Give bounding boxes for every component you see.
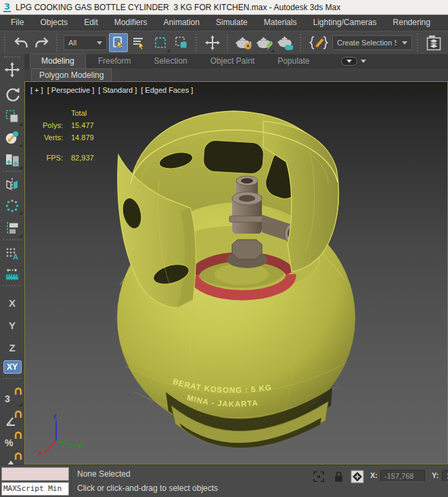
- snap-3d-icon: 3: [5, 389, 20, 404]
- window-crossing-toggle-button[interactable]: [172, 33, 191, 52]
- x-coordinate-label: X:: [370, 471, 378, 479]
- flyout-indicator: [166, 49, 170, 52]
- select-by-name-icon: [132, 36, 147, 49]
- select-and-move-button-side[interactable]: [2, 60, 22, 79]
- menu-modifiers[interactable]: Modifiers: [110, 16, 152, 29]
- main-toolbar: All: [0, 30, 448, 54]
- axis-constraint-x-button[interactable]: X: [2, 293, 22, 312]
- menu-simulate[interactable]: Simulate: [212, 16, 252, 29]
- caret-down-icon: [402, 41, 407, 45]
- measure-distance-button[interactable]: [2, 265, 22, 284]
- rectangular-selection-region-button[interactable]: [151, 33, 170, 52]
- handle-cutout-back: [203, 140, 264, 175]
- statusbar-divider: [72, 467, 73, 496]
- snaps-toggle-button[interactable]: 3: [2, 387, 22, 406]
- toolbar-divider: [3, 378, 21, 379]
- ribbon-tab-modeling[interactable]: Modeling: [30, 53, 86, 68]
- viewport-menu-pov[interactable]: [ Perspective ]: [47, 86, 95, 94]
- render-setup-button[interactable]: [234, 33, 253, 52]
- dotted-circle-icon: [4, 197, 20, 213]
- render-in-cloud-button[interactable]: [276, 33, 295, 52]
- selection-filter-value: All: [68, 39, 91, 47]
- layers-icon: [426, 35, 442, 51]
- menu-edit[interactable]: Edit: [80, 16, 102, 29]
- stats-verts-value: 14.879: [71, 133, 94, 142]
- select-and-move-button[interactable]: [203, 33, 222, 52]
- select-object-icon: [112, 36, 125, 49]
- select-and-place-button[interactable]: [2, 128, 22, 147]
- flyout-indicator: [19, 403, 22, 406]
- viewport-menu-renderer[interactable]: [ Standard ]: [98, 86, 137, 94]
- viewport-menu-shading[interactable]: [ Edged Faces ]: [141, 86, 193, 94]
- polygon-modeling-panel-tab[interactable]: Polygon Modeling: [31, 68, 112, 82]
- toolbar-separator: [417, 34, 420, 51]
- undo-button[interactable]: [12, 33, 30, 52]
- menu-lighting-cameras[interactable]: Lighting/Cameras: [309, 16, 380, 29]
- align-button[interactable]: [2, 219, 22, 238]
- flyout-indicator: [19, 234, 22, 238]
- menu-file[interactable]: File: [7, 16, 28, 29]
- move-icon: [4, 62, 20, 78]
- toolbar-grip: [4, 56, 20, 58]
- ribbon-tab-object-paint[interactable]: Object Paint: [200, 54, 265, 68]
- redo-button[interactable]: [32, 33, 51, 52]
- lock-icon: [332, 470, 344, 483]
- spinner-snap-toggle-button[interactable]: [2, 452, 22, 464]
- edit-named-selection-sets-button[interactable]: [307, 33, 330, 52]
- cloud-badge: [285, 45, 293, 50]
- x-coordinate-field[interactable]: -157,768: [380, 470, 425, 482]
- layer-explorer-button[interactable]: [424, 33, 443, 52]
- angle-snap-toggle-button[interactable]: [2, 410, 22, 429]
- soft-selection-button[interactable]: [2, 196, 22, 215]
- percent-snap-toggle-button[interactable]: %: [2, 431, 22, 450]
- perspective-viewport[interactable]: [ + ] [ Perspective ] [ Standard ] [ Edg…: [24, 81, 448, 464]
- pencil-glyph: [315, 39, 324, 48]
- menu-objects[interactable]: Objects: [36, 16, 72, 29]
- ribbon-panel-row: Polygon Modeling: [24, 68, 448, 81]
- mirror-icon: [4, 176, 20, 192]
- ribbon-minimize-button[interactable]: [341, 57, 366, 66]
- named-selection-sets-dropdown[interactable]: Create Selection Se: [332, 35, 412, 50]
- ribbon-tab-selection[interactable]: Selection: [143, 54, 198, 68]
- magnet-icon: [14, 387, 22, 395]
- viewport-statistics: Total Polys: 15.477 Verts: 14.879 FPS: 8…: [32, 109, 94, 162]
- selection-status-text: None Selected: [77, 469, 131, 479]
- select-by-name-button[interactable]: [130, 33, 149, 52]
- render-frame-button[interactable]: [255, 33, 274, 52]
- quick-align-button[interactable]: A: [2, 244, 22, 263]
- y-coordinate-field[interactable]: 176: [442, 470, 448, 482]
- axis-constraint-xy-button[interactable]: XY: [2, 358, 22, 376]
- magnet-icon: [14, 452, 22, 460]
- magnet-icon: [14, 431, 22, 439]
- caret-down-icon: [97, 41, 102, 45]
- ribbon-tab-populate[interactable]: Populate: [267, 54, 320, 68]
- menu-materials[interactable]: Materials: [260, 16, 301, 29]
- ribbon-tab-freeform[interactable]: Freeform: [87, 54, 142, 68]
- gizmo-z-label: z: [53, 412, 57, 420]
- flyout-indicator: [19, 144, 22, 147]
- menu-animation[interactable]: Animation: [160, 16, 204, 29]
- selection-filter-dropdown[interactable]: All: [64, 35, 107, 50]
- mirror-button[interactable]: [2, 175, 22, 194]
- axis-constraint-y-button[interactable]: Y: [2, 316, 22, 334]
- select-and-scale-button[interactable]: [2, 107, 22, 126]
- ribbon-tab-bar: Modeling Freeform Selection Object Paint…: [24, 54, 448, 68]
- status-bar: MAXScript Min None Selected Click or cli…: [0, 464, 448, 497]
- selection-lock-toggle[interactable]: [331, 469, 346, 484]
- toolbar-separator: [300, 34, 303, 51]
- clone-button[interactable]: [2, 150, 22, 169]
- menu-rendering[interactable]: Rendering: [389, 16, 434, 29]
- maxscript-macro-pane[interactable]: [1, 467, 69, 481]
- viewport-label: [ + ] [ Perspective ] [ Standard ] [ Edg…: [30, 86, 193, 94]
- absolute-mode-toggle[interactable]: [350, 469, 365, 484]
- braces-pencil-icon: [309, 35, 329, 50]
- select-object-button[interactable]: [109, 33, 128, 52]
- viewport-menu-general[interactable]: [ + ]: [30, 86, 43, 94]
- axis-constraint-z-button[interactable]: Z: [2, 338, 22, 357]
- maxscript-mini-listener[interactable]: MAXScript Min: [1, 482, 69, 496]
- window-crossing-icon: [175, 36, 188, 49]
- undo-icon: [14, 36, 28, 49]
- isolate-selection-toggle[interactable]: [311, 469, 326, 484]
- select-and-rotate-button[interactable]: [2, 85, 22, 104]
- teapot-cloud-icon: [277, 35, 294, 51]
